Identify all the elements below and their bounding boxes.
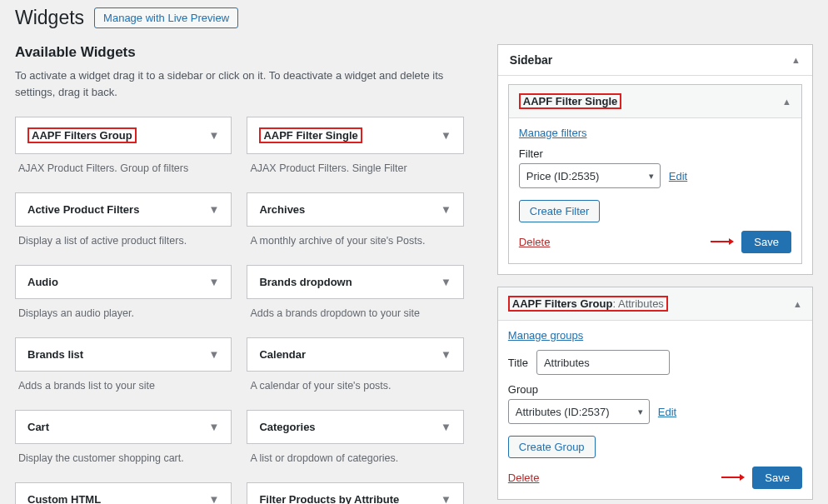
chevron-down-icon: ▼ [441, 421, 451, 433]
edit-group-link[interactable]: Edit [658, 406, 676, 418]
available-widget-title: Filter Products by Attribute [259, 493, 399, 504]
widget-cell: AAPF Filter Single▼AJAX Product Filters.… [247, 115, 463, 191]
widget-grid: AAPF Filters Group▼AJAX Product Filters.… [15, 115, 464, 504]
available-widget-title: Custom HTML [27, 493, 101, 504]
available-widget-item[interactable]: Audio▼ [15, 265, 232, 299]
filter-select-wrap: Price (ID:2535) ▾ [519, 163, 661, 188]
sidebar-area: Sidebar ▲ AAPF Filter Single ▲ Manage fi… [497, 44, 813, 275]
highlight-box: AAPF Filter Single [259, 127, 362, 143]
widget-cell: Active Product Filters▼Display a list of… [15, 191, 232, 263]
widget-instance-header[interactable]: AAPF Filters Group: Attributes ▲ [498, 287, 812, 321]
group-select[interactable]: Attributes (ID:2537) [508, 399, 650, 424]
available-widget-item[interactable]: AAPF Filter Single▼ [247, 117, 463, 154]
chevron-down-icon: ▼ [209, 203, 220, 216]
available-widget-title: Audio [27, 276, 58, 288]
create-group-button[interactable]: Create Group [508, 436, 596, 458]
chevron-down-icon: ▼ [209, 421, 220, 433]
save-button[interactable]: Save [752, 467, 802, 489]
available-widget-item[interactable]: Archives▼ [247, 192, 463, 227]
chevron-up-icon: ▲ [782, 97, 791, 107]
available-widget-item[interactable]: Cart▼ [15, 410, 232, 444]
available-widget-title: Archives [259, 203, 305, 216]
widget-instance-title: AAPF Filters Group: Attributes [512, 297, 664, 310]
chevron-down-icon: ▼ [441, 129, 451, 142]
available-widget-title: Calendar [259, 348, 306, 361]
group-label: Group [508, 383, 802, 396]
available-widget-desc: A monthly archive of your site's Posts. [247, 227, 463, 263]
available-widget-desc: Adds a brands list to your site [15, 372, 232, 408]
widget-instance-title: AAPF Filter Single [523, 95, 617, 107]
layout: Available Widgets To activate a widget d… [15, 44, 813, 504]
available-widget-title: AAPF Filter Single [263, 129, 357, 142]
chevron-up-icon: ▲ [791, 55, 801, 65]
group-select-wrap: Attributes (ID:2537) ▾ [508, 399, 650, 424]
widget-instance-header[interactable]: AAPF Filter Single ▲ [509, 85, 801, 118]
sidebar-area-header[interactable]: Sidebar ▲ [498, 45, 812, 76]
widget-cell: Brands dropdown▼Adds a brands dropdown t… [247, 263, 463, 336]
available-widget-desc: Display a list of active product filters… [15, 227, 232, 263]
available-widget-item[interactable]: Calendar▼ [247, 337, 463, 372]
widget-footer-row: Delete Save [508, 467, 802, 489]
widget-instance-filters-group: AAPF Filters Group: Attributes ▲ Manage … [497, 287, 813, 500]
save-group: Save [711, 231, 791, 253]
manage-live-preview-button[interactable]: Manage with Live Preview [94, 7, 238, 28]
svg-marker-3 [740, 474, 745, 481]
available-widget-title: Brands dropdown [259, 276, 352, 288]
group-row: Attributes (ID:2537) ▾ Edit [508, 399, 802, 424]
available-widget-item[interactable]: Filter Products by Attribute▼ [247, 482, 463, 504]
widget-cell: Cart▼Display the customer shopping cart. [15, 408, 232, 481]
delete-widget-link[interactable]: Delete [519, 236, 551, 248]
available-widget-title: Brands list [27, 348, 83, 361]
filter-row: Price (ID:2535) ▾ Edit [519, 163, 791, 188]
manage-groups-link[interactable]: Manage groups [508, 329, 583, 342]
save-button[interactable]: Save [741, 231, 791, 253]
title-input[interactable] [536, 350, 670, 375]
create-filter-button[interactable]: Create Filter [519, 200, 601, 222]
available-widget-desc: AJAX Product Filters. Group of filters [15, 154, 232, 191]
chevron-down-icon: ▼ [209, 348, 220, 361]
arrow-right-icon [721, 473, 745, 482]
available-widget-item[interactable]: AAPF Filters Group▼ [15, 117, 232, 154]
available-widget-desc: A list or dropdown of categories. [247, 444, 463, 481]
widget-cell: Categories▼A list or dropdown of categor… [247, 408, 463, 481]
available-widget-title: Active Product Filters [27, 203, 139, 216]
chevron-down-icon: ▼ [209, 493, 220, 504]
available-widget-item[interactable]: Custom HTML▼ [15, 482, 232, 504]
page-title: Widgets [15, 7, 84, 29]
available-widgets-column: Available Widgets To activate a widget d… [15, 44, 464, 504]
available-widget-item[interactable]: Brands dropdown▼ [247, 265, 463, 299]
available-widget-desc: Displays an audio player. [15, 299, 232, 336]
manage-filters-link[interactable]: Manage filters [519, 127, 587, 139]
chevron-down-icon: ▼ [441, 203, 451, 216]
chevron-down-icon: ▼ [441, 276, 451, 288]
delete-widget-link[interactable]: Delete [508, 472, 540, 484]
widget-cell: Filter Products by Attribute▼ [247, 481, 463, 504]
highlight-box: AAPF Filter Single [519, 93, 621, 109]
widget-cell: Audio▼Displays an audio player. [15, 263, 232, 336]
filter-label: Filter [519, 147, 791, 160]
available-widget-item[interactable]: Active Product Filters▼ [15, 192, 232, 227]
available-widget-item[interactable]: Brands list▼ [15, 337, 232, 372]
widget-cell: Archives▼A monthly archive of your site'… [247, 191, 463, 263]
highlight-box: AAPF Filters Group: Attributes [508, 296, 668, 312]
title-row: Title [508, 350, 802, 375]
widget-instance-body: Manage groups Title Group Attributes (ID… [498, 321, 812, 499]
chevron-down-icon: ▼ [441, 348, 451, 361]
chevron-down-icon: ▼ [209, 276, 220, 288]
chevron-up-icon: ▲ [793, 299, 802, 309]
widget-instance-body: Manage filters Filter Price (ID:2535) ▾ … [509, 118, 801, 263]
widget-cell: Brands list▼Adds a brands list to your s… [15, 336, 232, 408]
available-widget-title: AAPF Filters Group [32, 129, 132, 142]
available-widget-title: Categories [259, 421, 315, 433]
available-widget-item[interactable]: Categories▼ [247, 410, 463, 444]
edit-filter-link[interactable]: Edit [669, 170, 687, 182]
widget-cell: AAPF Filters Group▼AJAX Product Filters.… [15, 115, 232, 191]
sidebar-area-title: Sidebar [510, 53, 552, 67]
available-widget-desc: Adds a brands dropdown to your site [247, 299, 463, 336]
highlight-box: AAPF Filters Group [27, 127, 137, 143]
save-group: Save [721, 467, 802, 489]
available-widget-title: Cart [27, 421, 49, 433]
filter-select[interactable]: Price (ID:2535) [519, 163, 661, 188]
available-widget-desc: Display the customer shopping cart. [15, 444, 232, 481]
svg-marker-1 [729, 238, 734, 245]
